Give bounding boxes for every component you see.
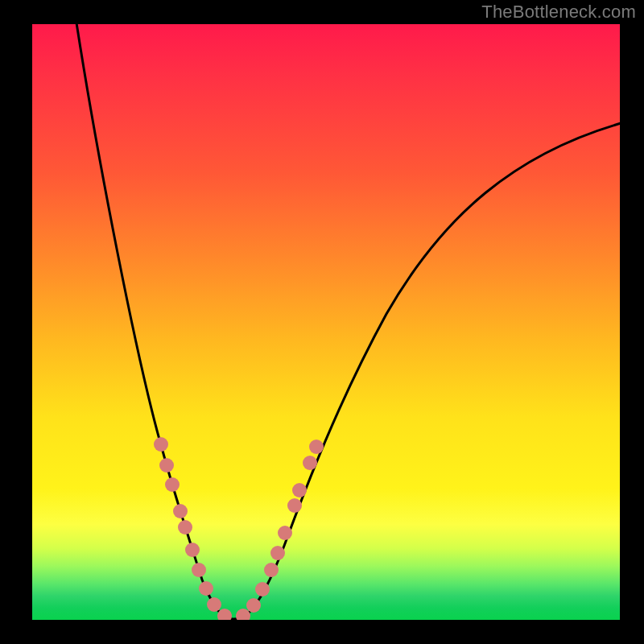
beads-right-group: [236, 440, 324, 620]
data-bead: [173, 504, 188, 518]
watermark-text: TheBottleneck.com: [481, 2, 636, 23]
curve-right-branch: [233, 122, 620, 619]
data-bead: [178, 520, 192, 535]
data-bead: [309, 440, 324, 454]
chart-frame: TheBottleneck.com: [0, 0, 644, 644]
data-bead: [270, 546, 285, 560]
data-bead: [165, 477, 180, 492]
data-bead: [264, 563, 279, 577]
data-bead: [154, 437, 168, 452]
data-bead: [207, 597, 221, 612]
data-bead: [278, 526, 292, 540]
beads-left-group: [154, 437, 232, 620]
plot-area: [32, 24, 620, 620]
curve-left-branch: [76, 24, 233, 619]
data-bead: [236, 609, 250, 620]
data-bead: [287, 498, 302, 513]
data-bead: [159, 458, 174, 473]
data-bead: [292, 483, 307, 497]
data-bead: [255, 582, 270, 597]
data-bead: [185, 543, 200, 557]
data-bead: [192, 563, 206, 577]
curve-layer: [32, 24, 620, 620]
data-bead: [217, 609, 232, 620]
data-bead: [246, 598, 261, 613]
data-bead: [303, 456, 317, 470]
data-bead: [199, 581, 213, 596]
